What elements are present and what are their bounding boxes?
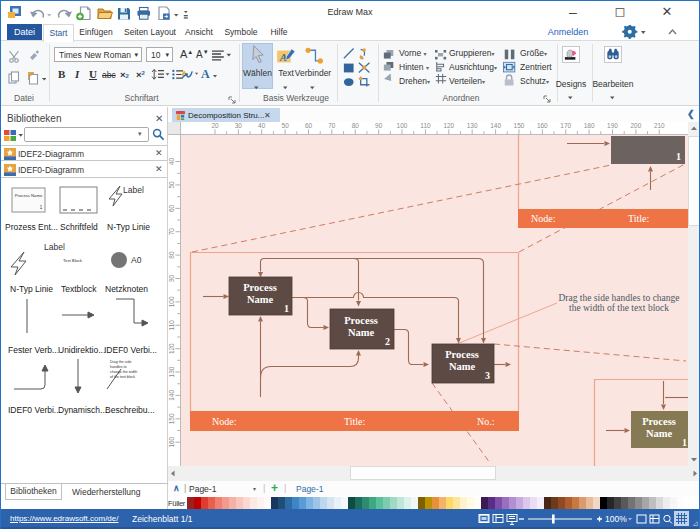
- svg-text:110: 110: [168, 320, 175, 331]
- svg-text:Schriftfeld: Schriftfeld: [60, 222, 98, 232]
- svg-text:Title:: Title:: [628, 213, 649, 224]
- svg-text:No.:: No.:: [477, 416, 495, 427]
- svg-text:3: 3: [485, 370, 490, 381]
- svg-text:130: 130: [467, 122, 478, 129]
- svg-text:Process Name: Process Name: [15, 193, 43, 198]
- svg-text:Unidirektio...: Unidirektio...: [58, 345, 105, 355]
- svg-text:100%: 100%: [605, 514, 627, 524]
- svg-text:Dynamisch...: Dynamisch...: [58, 405, 107, 415]
- svg-text:Process: Process: [445, 349, 479, 360]
- svg-text:150: 150: [514, 122, 525, 129]
- svg-text:the width of the text block: the width of the text block: [569, 303, 669, 313]
- svg-text:IDEF0 Verbi...: IDEF0 Verbi...: [8, 405, 61, 415]
- svg-text:180: 180: [584, 122, 595, 129]
- svg-text:190: 190: [607, 122, 618, 129]
- svg-text:50: 50: [282, 122, 290, 129]
- svg-text:1: 1: [676, 151, 681, 162]
- svg-text:N-Typ Linie: N-Typ Linie: [10, 284, 53, 294]
- svg-text:170: 170: [560, 122, 571, 129]
- svg-text:Name: Name: [646, 428, 673, 439]
- svg-text:IDEF0 Verbi...: IDEF0 Verbi...: [104, 345, 157, 355]
- svg-text:140: 140: [490, 122, 501, 129]
- svg-text:1: 1: [284, 303, 289, 314]
- svg-text:100: 100: [168, 296, 175, 307]
- svg-text:80: 80: [168, 251, 175, 259]
- svg-text:Text Block: Text Block: [63, 258, 83, 263]
- svg-text:110: 110: [420, 122, 431, 129]
- svg-text:A: A: [279, 51, 287, 63]
- svg-text:Name: Name: [449, 361, 476, 372]
- svg-text:Node:: Node:: [212, 416, 236, 427]
- svg-text:120: 120: [168, 343, 175, 354]
- svg-text:Process: Process: [642, 416, 676, 427]
- svg-text:2: 2: [385, 336, 390, 347]
- svg-text:Prozess Ent...: Prozess Ent...: [5, 222, 58, 232]
- svg-text:Drag the side: Drag the side: [110, 360, 131, 364]
- svg-text:70: 70: [168, 228, 175, 236]
- svg-text:150: 150: [168, 413, 175, 424]
- svg-text:N-Typ Linie: N-Typ Linie: [107, 222, 150, 232]
- svg-text:160: 160: [168, 436, 175, 447]
- svg-text:Fester Verb...: Fester Verb...: [8, 345, 59, 355]
- svg-text:of the text block: of the text block: [110, 375, 135, 379]
- svg-text:200: 200: [631, 122, 642, 129]
- svg-text:40: 40: [258, 122, 266, 129]
- svg-text:160: 160: [537, 122, 548, 129]
- svg-text:80: 80: [352, 122, 360, 129]
- svg-text:Drag the side handles to chang: Drag the side handles to change: [558, 293, 679, 303]
- svg-text:210: 210: [654, 122, 665, 129]
- svg-text:Process: Process: [344, 315, 378, 326]
- svg-text:20: 20: [211, 122, 219, 129]
- svg-text:40: 40: [168, 158, 175, 166]
- svg-text:130: 130: [168, 366, 175, 377]
- svg-text:Node:: Node:: [531, 213, 555, 224]
- svg-text:Label: Label: [123, 185, 144, 195]
- svg-text:Netzknoten: Netzknoten: [105, 284, 148, 294]
- svg-text:1: 1: [682, 437, 687, 448]
- svg-text:30: 30: [235, 122, 243, 129]
- svg-text:60: 60: [305, 122, 313, 129]
- svg-text:Textblock: Textblock: [61, 284, 97, 294]
- svg-text:50: 50: [168, 181, 175, 189]
- svg-text:140: 140: [168, 390, 175, 401]
- svg-text:Name: Name: [348, 327, 375, 338]
- svg-text:change the width: change the width: [110, 370, 137, 374]
- svg-text:Process: Process: [243, 282, 277, 293]
- svg-text:120: 120: [443, 122, 454, 129]
- svg-text:100: 100: [397, 122, 408, 129]
- svg-text:Title:: Title:: [344, 416, 365, 427]
- svg-text:Beschreibu...: Beschreibu...: [105, 405, 155, 415]
- svg-text:90: 90: [375, 122, 383, 129]
- svg-text:A0: A0: [131, 255, 142, 265]
- svg-text:70: 70: [328, 122, 336, 129]
- svg-text:Name: Name: [247, 294, 274, 305]
- svg-text:90: 90: [168, 275, 175, 283]
- svg-text:handles to: handles to: [110, 365, 127, 369]
- svg-text:60: 60: [168, 204, 175, 212]
- svg-text:Label: Label: [44, 242, 65, 252]
